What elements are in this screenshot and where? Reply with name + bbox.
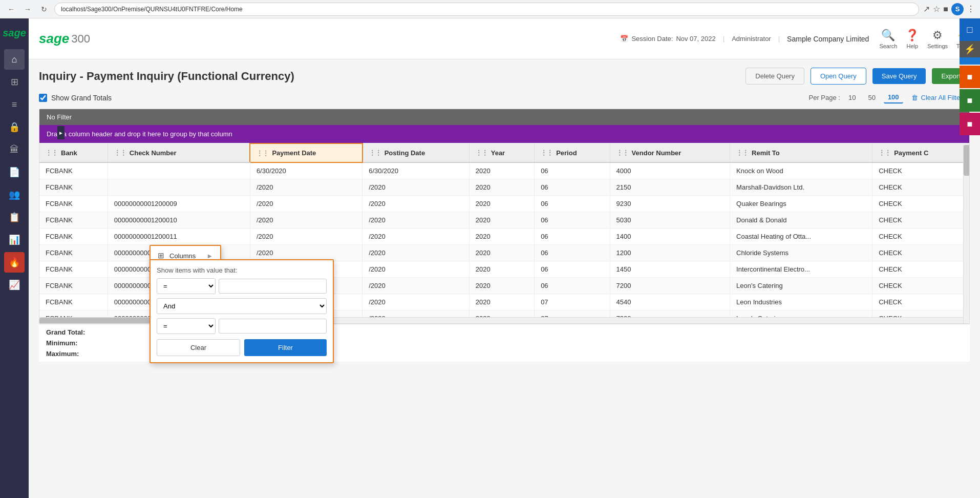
col-payment-c[interactable]: ⋮⋮ Payment C xyxy=(872,143,969,162)
table-cell: /2020 xyxy=(363,310,470,318)
col-payment-date[interactable]: ⋮⋮ Payment Date xyxy=(250,143,362,162)
col-remit-to[interactable]: ⋮⋮ Remit To xyxy=(730,143,872,162)
sidebar-item-lock[interactable]: 🔒 xyxy=(4,117,25,137)
scroll-thumb[interactable] xyxy=(964,145,970,176)
forward-button[interactable]: → xyxy=(22,3,34,15)
separator-2: | xyxy=(778,35,780,43)
filter-conjunction[interactable]: And Or xyxy=(157,298,327,314)
table-cell: 7200 xyxy=(610,310,730,318)
sidebar-item-analytics[interactable]: 📈 xyxy=(4,275,25,295)
table-cell: Leon's Catering xyxy=(730,310,872,318)
col-posting-date[interactable]: ⋮⋮ Posting Date xyxy=(363,143,470,162)
sidebar-item-layers[interactable]: ≡ xyxy=(4,94,25,115)
table-cell: CHECK xyxy=(872,212,969,229)
back-button[interactable]: ← xyxy=(5,3,17,15)
sidebar-item-bank[interactable]: 🏛 xyxy=(4,139,25,160)
drag-handle-posting-date: ⋮⋮ xyxy=(369,149,381,156)
table-cell: 2020 xyxy=(469,310,534,318)
table-cell: 2020 xyxy=(469,278,534,294)
filter-apply-button[interactable]: Filter xyxy=(244,339,327,356)
filter-value-2[interactable] xyxy=(219,319,327,334)
filter-value-1[interactable] xyxy=(219,279,327,294)
sidebar-item-report[interactable]: 📋 xyxy=(4,207,25,227)
table-cell: /2020 xyxy=(363,212,470,229)
address-bar[interactable]: localhost/Sage300/OnPremise/QURNSU4tU0FN… xyxy=(54,3,919,16)
filter-conjunction-row: And Or xyxy=(157,298,327,314)
table-cell: /2020 xyxy=(363,179,470,196)
table-cell: FCBANK xyxy=(39,310,108,318)
show-grand-totals-checkbox[interactable] xyxy=(39,94,47,102)
right-panel-btn-3[interactable]: ■ xyxy=(960,66,980,88)
table-cell: 06 xyxy=(535,179,610,196)
table-cell: Leon's Catering xyxy=(730,278,872,294)
right-panel-btn-1[interactable]: □ xyxy=(960,18,980,41)
table-cell: 2020 xyxy=(469,261,534,278)
scrollbar-track[interactable] xyxy=(963,145,969,323)
settings-icon: ⚙ xyxy=(932,29,943,42)
sage-logo: sage xyxy=(3,27,26,39)
sage-300-text: 300 xyxy=(71,32,90,46)
show-grand-totals-label[interactable]: Show Grand Totals xyxy=(39,94,112,102)
search-label: Search xyxy=(879,43,897,49)
table-cell: /2020 xyxy=(363,245,470,261)
sidebar-item-dashboard[interactable]: ⊞ xyxy=(4,72,25,92)
per-page-100[interactable]: 100 xyxy=(884,92,903,103)
admin-label: Administrator xyxy=(732,35,771,43)
columns-arrow: ► xyxy=(206,252,213,260)
per-page-10[interactable]: 10 xyxy=(844,92,860,103)
sidebar-item-chart[interactable]: 📊 xyxy=(4,230,25,250)
profile-icon[interactable]: S xyxy=(951,3,964,15)
grand-total-label: Grand Total: xyxy=(46,328,85,336)
main-content: sage 300 📅 Session Date: Nov 07, 2022 | … xyxy=(29,18,980,498)
search-icon: 🔍 xyxy=(881,29,895,42)
share-icon[interactable]: ↗ xyxy=(923,4,930,14)
settings-tool[interactable]: ⚙ Settings xyxy=(927,29,948,49)
sidebar-item-document[interactable]: 📄 xyxy=(4,162,25,182)
table-cell: CHECK xyxy=(872,245,969,261)
right-panel-btn-flash[interactable]: ⚡ xyxy=(960,41,980,57)
table-cell: 7200 xyxy=(610,278,730,294)
table-cell: /2020 xyxy=(250,212,362,229)
filter-operator-1[interactable]: = ≠ < > xyxy=(157,278,216,294)
help-tool[interactable]: ❓ Help xyxy=(905,29,919,49)
table-row: FCBANK/2020/20202020062150Marshall-David… xyxy=(39,179,969,196)
table-cell: FCBANK xyxy=(39,261,108,278)
table-row: FCBANK00000000001200009/2020/20202020069… xyxy=(39,196,969,212)
table-cell: 2020 xyxy=(469,229,534,245)
per-page-50[interactable]: 50 xyxy=(864,92,879,103)
search-tool[interactable]: 🔍 Search xyxy=(879,29,897,49)
col-check-number[interactable]: ⋮⋮ Check Number xyxy=(108,143,250,162)
table-cell: /2020 xyxy=(363,261,470,278)
table-cell: FCBANK xyxy=(39,245,108,261)
filter-clear-button[interactable]: Clear xyxy=(157,339,240,356)
extension-icon[interactable]: ■ xyxy=(943,5,948,14)
sidebar-toggle[interactable]: ► xyxy=(57,126,65,139)
table-cell: Knock on Wood xyxy=(730,162,872,179)
more-icon[interactable]: ⋮ xyxy=(967,4,975,14)
sidebar-item-home[interactable]: ⌂ xyxy=(4,49,25,70)
sidebar-item-fire[interactable]: 🔥 xyxy=(4,252,25,273)
col-year[interactable]: ⋮⋮ Year xyxy=(469,143,534,162)
options-right: Per Page : 10 50 100 🗑 Clear All Filters xyxy=(809,92,970,103)
right-panel-btn-5[interactable]: ■ xyxy=(960,113,980,135)
table-cell: 07 xyxy=(535,310,610,318)
right-panel-btn-4[interactable]: ■ xyxy=(960,89,980,112)
table-header-row: ⋮⋮ Bank ⋮⋮ Check Number xyxy=(39,143,969,162)
table-cell: 00000000001200010 xyxy=(108,212,250,229)
sidebar-item-users[interactable]: 👥 xyxy=(4,184,25,205)
session-date-label: Session Date: xyxy=(631,35,673,43)
table-cell: FCBANK xyxy=(39,229,108,245)
table-row: FCBANK00000000001200010/2020/20202020065… xyxy=(39,212,969,229)
save-query-button[interactable]: Save Query xyxy=(872,68,926,84)
filter-operator-2[interactable]: = ≠ < > xyxy=(157,318,216,334)
col-bank[interactable]: ⋮⋮ Bank xyxy=(39,143,108,162)
open-query-button[interactable]: Open Query xyxy=(811,68,866,85)
table-cell: /2020 xyxy=(250,245,362,261)
delete-query-button[interactable]: Delete Query xyxy=(745,68,804,85)
table-cell: CHECK xyxy=(872,179,969,196)
col-vendor-number[interactable]: ⋮⋮ Vendor Number xyxy=(610,143,730,162)
bookmark-icon[interactable]: ☆ xyxy=(933,4,940,14)
col-period[interactable]: ⋮⋮ Period xyxy=(535,143,610,162)
refresh-button[interactable]: ↻ xyxy=(38,3,50,15)
top-header: sage 300 📅 Session Date: Nov 07, 2022 | … xyxy=(29,18,980,59)
